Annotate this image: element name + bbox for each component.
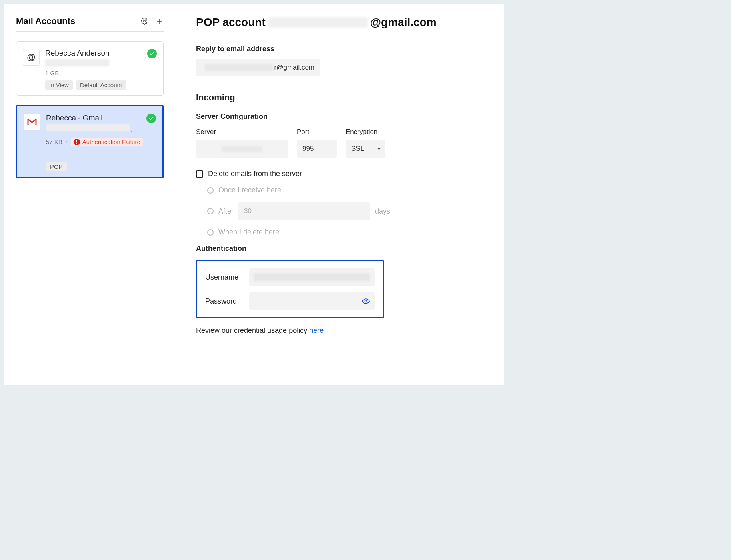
eye-icon[interactable] (362, 297, 370, 305)
policy-text-row: Review our credential usage policy here (196, 326, 484, 335)
radio-after-prefix: After (218, 207, 234, 216)
radio-after-row[interactable]: After days (207, 202, 484, 220)
delete-emails-label: Delete emails from the server (208, 170, 302, 178)
username-label: Username (205, 273, 241, 282)
account-tags: In View Default Account (45, 80, 157, 90)
alert-text: Authentication Failure (82, 138, 140, 145)
radio-delete-row[interactable]: When I delete here (207, 228, 484, 236)
radio-delete-label: When I delete here (218, 228, 279, 236)
sidebar-actions (140, 17, 164, 25)
account-email-redacted (46, 124, 130, 131)
tag-in-view: In View (45, 80, 73, 90)
tag-default-account: Default Account (76, 80, 126, 90)
account-email-redacted (45, 59, 109, 66)
username-field[interactable] (249, 268, 375, 286)
reply-to-field[interactable]: r@gmail.com (196, 59, 320, 76)
svg-point-0 (144, 20, 146, 22)
account-card-selected[interactable]: Rebecca - Gmail . 57 KB ● ! Authenticati… (16, 105, 164, 178)
sidebar-header: Mail Accounts (16, 16, 164, 32)
port-col-label: Port (297, 128, 337, 136)
title-email-redacted (268, 17, 368, 28)
reply-to-suffix: r@gmail.com (274, 64, 314, 72)
app-frame: Mail Accounts @ Rebecca Anderson 1 GB In… (4, 4, 504, 385)
alert-icon: ! (74, 139, 80, 145)
server-col-label: Server (196, 128, 288, 136)
server-config-row: Server Port Encryption SSL (196, 128, 484, 158)
server-field[interactable] (196, 140, 288, 158)
check-circle-icon (147, 49, 157, 58)
reply-to-label: Reply to email address (196, 45, 484, 53)
dot-separator: ● (66, 140, 68, 144)
password-label: Password (205, 297, 241, 306)
username-row: Username (205, 268, 375, 286)
account-name: Rebecca - Gmail (46, 114, 156, 122)
checkbox-icon[interactable] (196, 170, 203, 178)
account-card[interactable]: @ Rebecca Anderson 1 GB In View Default … (16, 41, 164, 96)
radio-once-row[interactable]: Once I receive here (207, 186, 484, 194)
add-icon[interactable] (156, 17, 164, 25)
password-row: Password (205, 292, 375, 310)
radio-icon[interactable] (207, 229, 214, 236)
svg-point-3 (365, 300, 367, 302)
at-sign-icon: @ (23, 49, 40, 66)
gmail-icon (24, 114, 40, 130)
account-body: Rebecca - Gmail . 57 KB ● ! Authenticati… (46, 114, 156, 171)
tag-pop: POP (46, 162, 67, 171)
delete-emails-checkbox-row[interactable]: Delete emails from the server (196, 170, 484, 178)
title-suffix: @gmail.com (370, 16, 437, 29)
sidebar: Mail Accounts @ Rebecca Anderson 1 GB In… (4, 4, 176, 385)
radio-once-label: Once I receive here (218, 186, 281, 194)
alert-badge: ! Authentication Failure (71, 138, 143, 146)
page-title: POP account @gmail.com (196, 16, 484, 29)
title-prefix: POP account (196, 16, 266, 29)
encryption-select[interactable]: SSL (346, 140, 385, 158)
port-field[interactable] (297, 140, 337, 158)
encryption-column: Encryption SSL (346, 128, 385, 158)
encryption-col-label: Encryption (346, 128, 385, 136)
ellipsis: . (131, 125, 133, 134)
account-size: 1 GB (45, 70, 157, 76)
radio-icon[interactable] (207, 208, 214, 214)
account-meta: 57 KB ● ! Authentication Failure (46, 138, 156, 146)
server-column: Server (196, 128, 288, 158)
account-size: 57 KB (46, 138, 62, 145)
authentication-label: Authentication (196, 244, 484, 253)
gear-icon[interactable] (140, 17, 148, 25)
account-tags: POP (46, 162, 156, 171)
server-value-redacted (222, 146, 262, 152)
account-name: Rebecca Anderson (45, 49, 157, 58)
after-days-input[interactable] (238, 202, 370, 220)
policy-link[interactable]: here (309, 326, 324, 334)
sidebar-title: Mail Accounts (16, 16, 75, 26)
incoming-heading: Incoming (196, 92, 484, 103)
reply-to-redacted (205, 64, 273, 71)
encryption-value: SSL (351, 145, 364, 153)
main-panel: POP account @gmail.com Reply to email ad… (176, 4, 504, 385)
check-circle-icon (146, 114, 156, 123)
radio-icon[interactable] (207, 187, 214, 194)
server-config-label: Server Configuration (196, 112, 484, 121)
policy-text: Review our credential usage policy (196, 326, 309, 334)
account-body: Rebecca Anderson 1 GB In View Default Ac… (45, 49, 157, 90)
chevron-down-icon (377, 146, 381, 151)
radio-after-suffix: days (375, 207, 390, 216)
authentication-box: Username Password (196, 260, 384, 318)
port-column: Port (297, 128, 337, 158)
password-field[interactable] (249, 292, 375, 310)
username-redacted (254, 273, 370, 281)
